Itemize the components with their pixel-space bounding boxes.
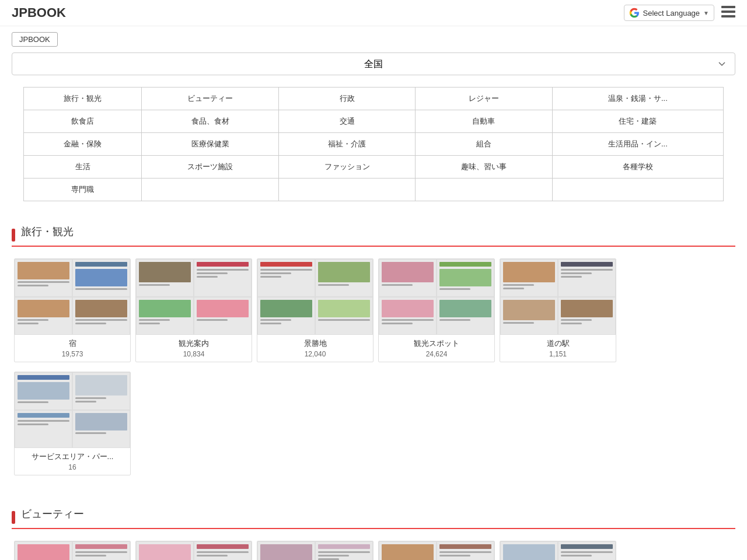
card-hotel-count: 19,573	[19, 350, 125, 358]
card-beauty-5-img2	[558, 541, 616, 560]
card-beauty-4-img1	[379, 541, 437, 560]
card-tourism-img2	[194, 259, 252, 297]
list-view-icon[interactable]	[721, 6, 735, 20]
travel-section-title: 旅行・観光	[21, 225, 74, 239]
card-servicearea-img3	[15, 410, 72, 448]
card-hotel-img4	[72, 297, 130, 335]
category-row-5: 専門職	[24, 178, 724, 201]
card-beauty-4[interactable]	[378, 541, 495, 560]
card-roadstation-img2	[558, 259, 616, 297]
card-beauty-4-images	[379, 541, 494, 560]
google-icon	[629, 8, 640, 18]
language-label: Select Language	[643, 9, 700, 18]
card-beauty-1[interactable]	[14, 541, 131, 560]
card-beauty-2-images	[136, 541, 252, 560]
category-table: 旅行・観光 ビューティー 行政 レジャー 温泉・銭湯・サ... 飲食店 食品、食…	[23, 87, 724, 201]
cat-leisure[interactable]: レジャー	[416, 88, 552, 110]
beauty-section-accent	[12, 511, 15, 524]
category-row-2: 飲食店 食品、食材 交通 自動車 住宅・建築	[24, 110, 724, 133]
cat-onsen[interactable]: 温泉・銭湯・サ...	[552, 88, 723, 110]
card-scenery-info: 景勝地 12,040	[257, 335, 373, 362]
card-spot-img4	[437, 297, 494, 335]
card-scenery-img2	[315, 259, 373, 297]
card-servicearea-count: 16	[19, 463, 125, 471]
card-roadstation-img4	[558, 297, 616, 335]
card-scenery-img4	[315, 297, 373, 335]
svg-rect-0	[721, 6, 735, 8]
region-select[interactable]: 全国 北海道 東北 関東 中部 近畿 中国 四国 九州・沖縄	[12, 52, 735, 75]
language-arrow-icon: ▼	[703, 10, 709, 16]
category-row-4: 生活 スポーツ施設 ファッション 趣味、習い事 各種学校	[24, 156, 724, 178]
beauty-cards-row	[0, 538, 747, 560]
cat-travel[interactable]: 旅行・観光	[24, 88, 142, 110]
breadcrumb: JPBOOK	[0, 26, 747, 52]
card-tourism[interactable]: 観光案内 10,834	[135, 258, 252, 362]
list-lines-icon	[721, 6, 735, 18]
card-beauty-3-img2	[315, 541, 373, 560]
card-servicearea-info: サービスエリア・パー... 16	[15, 448, 130, 475]
card-roadstation[interactable]: 道の駅 1,151	[500, 258, 616, 362]
cat-specialist[interactable]: 専門職	[24, 178, 142, 201]
card-roadstation-images	[500, 259, 616, 335]
travel-section-divider	[12, 246, 735, 247]
cat-medical[interactable]: 医療保健業	[142, 133, 278, 156]
card-scenery[interactable]: 景勝地 12,040	[257, 258, 374, 362]
cat-hobby[interactable]: 趣味、習い事	[416, 156, 552, 178]
card-scenery-name: 景勝地	[262, 338, 368, 349]
card-servicearea[interactable]: サービスエリア・パー... 16	[14, 372, 131, 475]
card-beauty-2[interactable]	[135, 541, 252, 560]
card-hotel-img3	[15, 297, 72, 335]
card-beauty-1-img2	[72, 541, 130, 560]
card-roadstation-img1	[500, 259, 558, 297]
language-selector[interactable]: Select Language ▼	[624, 5, 715, 21]
cat-admin[interactable]: 行政	[278, 88, 415, 110]
category-section: 旅行・観光 ビューティー 行政 レジャー 温泉・銭湯・サ... 飲食店 食品、食…	[0, 87, 747, 213]
card-tourism-images	[136, 259, 252, 335]
card-tourism-name: 観光案内	[141, 338, 247, 349]
cat-sports[interactable]: スポーツ施設	[142, 156, 278, 178]
card-beauty-5-images	[500, 541, 616, 560]
card-spot[interactable]: 観光スポット 24,624	[378, 258, 495, 362]
cat-union[interactable]: 組合	[416, 133, 552, 156]
cat-school[interactable]: 各種学校	[552, 156, 723, 178]
card-tourism-img1	[136, 259, 194, 297]
card-beauty-1-img1	[15, 541, 72, 560]
travel-cards-row: 宿 19,573	[0, 256, 747, 365]
breadcrumb-tab[interactable]: JPBOOK	[12, 32, 58, 47]
cat-transport[interactable]: 交通	[278, 110, 415, 133]
site-logo[interactable]: JPBOOK	[12, 5, 66, 20]
section-accent-bar	[12, 229, 15, 242]
card-hotel-info: 宿 19,573	[15, 335, 130, 362]
cat-housing[interactable]: 住宅・建築	[552, 110, 723, 133]
cat-welfare[interactable]: 福祉・介護	[278, 133, 415, 156]
svg-rect-2	[721, 15, 735, 18]
header: JPBOOK Select Language ▼	[0, 0, 747, 26]
card-spot-img2	[437, 259, 494, 297]
cat-empty-1	[142, 178, 278, 201]
beauty-section: ビューティー	[0, 495, 747, 528]
card-beauty-5[interactable]	[500, 541, 616, 560]
card-tourism-info: 観光案内 10,834	[136, 335, 252, 362]
card-beauty-1-images	[15, 541, 130, 560]
card-hotel-img1	[15, 259, 72, 297]
beauty-section-title: ビューティー	[21, 507, 84, 521]
cat-empty-4	[552, 178, 723, 201]
cat-finance[interactable]: 金融・保険	[24, 133, 142, 156]
card-spot-name: 観光スポット	[383, 338, 490, 349]
card-spot-img3	[379, 297, 437, 335]
cat-dailygoods[interactable]: 生活用品・イン...	[552, 133, 723, 156]
card-roadstation-name: 道の駅	[505, 338, 611, 349]
cat-beauty[interactable]: ビューティー	[142, 88, 278, 110]
card-spot-images	[379, 259, 494, 335]
card-beauty-2-img1	[136, 541, 194, 560]
cat-car[interactable]: 自動車	[416, 110, 552, 133]
card-servicearea-img2	[72, 372, 130, 410]
card-beauty-3[interactable]	[257, 541, 374, 560]
cat-life[interactable]: 生活	[24, 156, 142, 178]
cat-fashion[interactable]: ファッション	[278, 156, 415, 178]
cat-restaurant[interactable]: 飲食店	[24, 110, 142, 133]
card-hotel[interactable]: 宿 19,573	[14, 258, 131, 362]
card-hotel-name: 宿	[19, 338, 125, 349]
card-spot-img1	[379, 259, 437, 297]
cat-food[interactable]: 食品、食材	[142, 110, 278, 133]
